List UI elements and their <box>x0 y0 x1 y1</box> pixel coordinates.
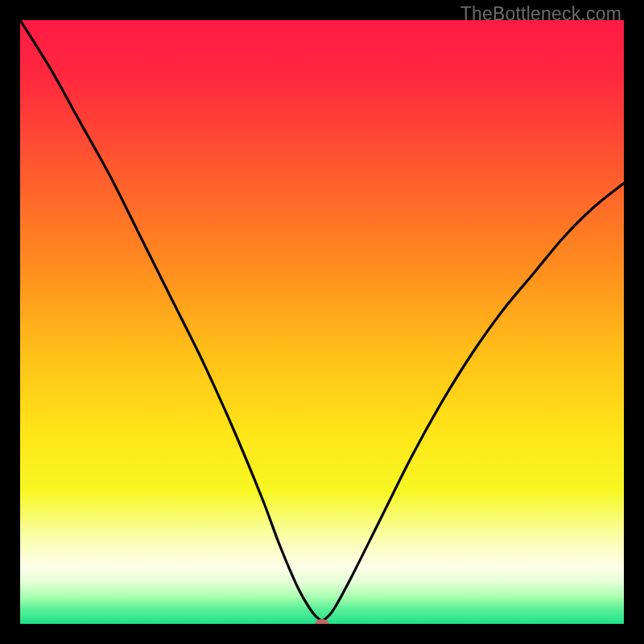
watermark-text: TheBottleneck.com <box>460 3 621 25</box>
chart-container <box>20 20 624 624</box>
bottleneck-chart <box>20 20 624 624</box>
gradient-background <box>20 20 624 624</box>
